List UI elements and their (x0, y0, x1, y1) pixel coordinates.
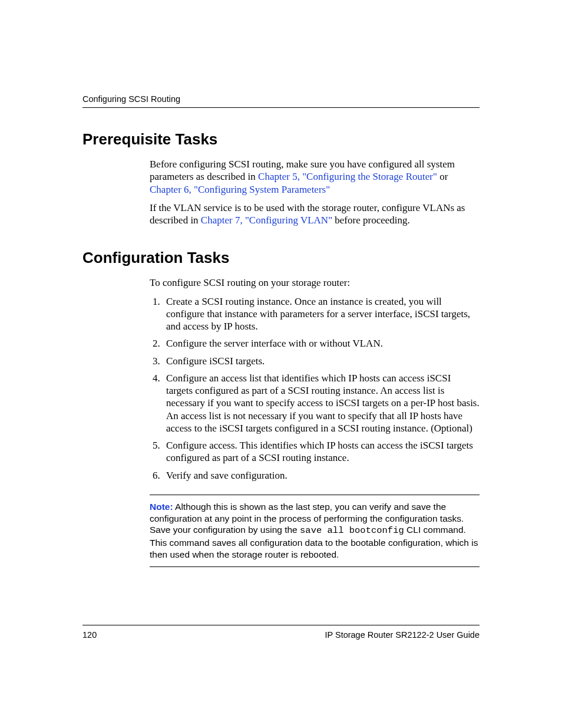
prereq-paragraph-2: If the VLAN service is to be used with t… (150, 202, 480, 227)
step-item: Configure the server interface with or w… (163, 337, 480, 350)
note-label: Note: (150, 502, 173, 512)
link-chapter-5[interactable]: Chapter 5, "Configuring the Storage Rout… (258, 171, 437, 182)
config-intro: To configure SCSI routing on your storag… (150, 276, 480, 289)
text: before proceeding. (332, 215, 410, 226)
text: or (437, 171, 448, 182)
running-header: Configuring SCSI Routing (82, 94, 480, 108)
step-item: Create a SCSI routing instance. Once an … (163, 295, 480, 333)
step-item: Configure iSCSI targets. (163, 355, 480, 367)
prereq-paragraph-1: Before configuring SCSI routing, make su… (150, 158, 480, 196)
heading-configuration-tasks: Configuration Tasks (82, 249, 480, 267)
page-number: 120 (82, 630, 97, 640)
step-item: Configure an access list that identifies… (163, 372, 480, 434)
step-item: Verify and save configuration. (163, 469, 480, 482)
heading-prerequisite-tasks: Prerequisite Tasks (82, 130, 480, 149)
note-cli-command: save all bootconfig (300, 525, 404, 536)
doc-title: IP Storage Router SR2122-2 User Guide (325, 630, 480, 640)
link-chapter-7[interactable]: Chapter 7, "Configuring VLAN" (201, 215, 332, 226)
step-item: Configure access. This identifies which … (163, 439, 480, 465)
note-block: Note: Although this is shown as the last… (150, 495, 480, 567)
config-steps-list: Create a SCSI routing instance. Once an … (150, 295, 480, 482)
page-footer: 120 IP Storage Router SR2122-2 User Guid… (82, 625, 480, 640)
link-chapter-6[interactable]: Chapter 6, "Configuring System Parameter… (150, 184, 330, 195)
